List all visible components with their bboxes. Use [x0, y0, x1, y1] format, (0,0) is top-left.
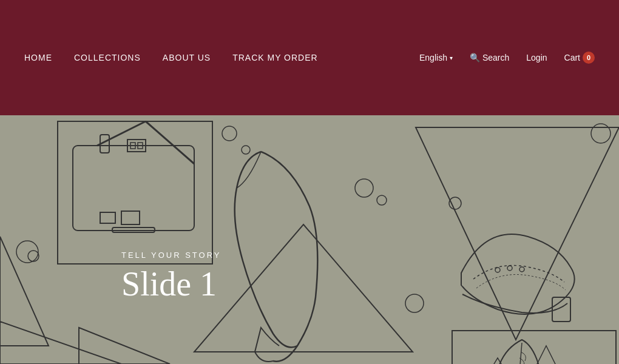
- site-header: HOME COLLECTIONS ABOUT US TRACK MY ORDER…: [0, 0, 619, 115]
- language-label: English: [419, 53, 447, 62]
- cart-label: Cart: [564, 53, 580, 62]
- hero-subcaption: TELL YOUR STORY: [121, 251, 221, 260]
- language-selector[interactable]: English ▾: [419, 53, 453, 62]
- nav-right: English ▾ 🔍 Search Login Cart 0: [419, 52, 595, 64]
- hero-illustration: [0, 115, 619, 364]
- search-icon: 🔍: [470, 53, 480, 62]
- nav-track[interactable]: TRACK MY ORDER: [232, 53, 318, 62]
- cart-button[interactable]: Cart 0: [564, 52, 595, 64]
- nav-left: HOME COLLECTIONS ABOUT US TRACK MY ORDER: [24, 53, 318, 62]
- cart-badge: 0: [583, 52, 595, 64]
- hero-title: Slide 1: [121, 265, 221, 303]
- nav-home[interactable]: HOME: [24, 53, 52, 62]
- svg-rect-0: [0, 115, 619, 364]
- nav-collections[interactable]: COLLECTIONS: [74, 53, 141, 62]
- search-button[interactable]: 🔍 Search: [470, 53, 509, 62]
- hero-caption: TELL YOUR STORY Slide 1: [121, 251, 221, 303]
- login-button[interactable]: Login: [526, 53, 547, 62]
- nav-about[interactable]: ABOUT US: [163, 53, 211, 62]
- chevron-down-icon: ▾: [450, 55, 453, 61]
- search-label: Search: [482, 53, 509, 62]
- hero-section: TELL YOUR STORY Slide 1: [0, 115, 619, 364]
